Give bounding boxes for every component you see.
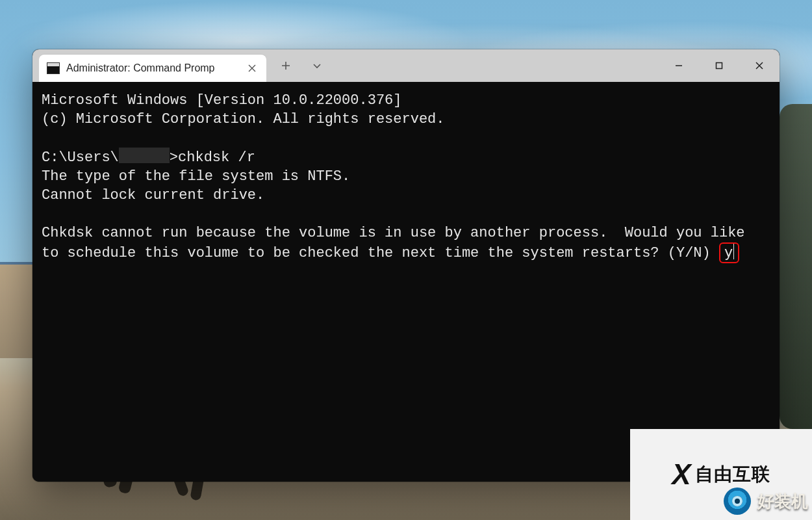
cmd-icon	[47, 62, 60, 74]
output-line-1: The type of the file system is NTFS.	[42, 168, 350, 185]
banner-line-2: (c) Microsoft Corporation. All rights re…	[42, 111, 445, 127]
chevron-down-icon	[312, 61, 322, 70]
watermark-strip-text: 好装机	[757, 490, 808, 513]
titlebar[interactable]: Administrator: Command Promp	[32, 49, 780, 82]
tab-title: Administrator: Command Promp	[66, 62, 215, 74]
answer-highlight: y	[719, 242, 739, 263]
close-icon	[248, 64, 256, 72]
maximize-button[interactable]	[699, 49, 739, 82]
tab-actions	[266, 49, 336, 82]
prompt-prefix: C:\Users\	[42, 150, 119, 166]
tab-active[interactable]: Administrator: Command Promp	[39, 55, 266, 82]
tab-close-button[interactable]	[243, 59, 261, 77]
watermark-disc-icon	[724, 488, 751, 515]
prompt-user-redacted	[119, 148, 170, 163]
maximize-icon	[715, 61, 724, 70]
plus-icon	[281, 61, 290, 70]
terminal-body[interactable]: Microsoft Windows [Version 10.0.22000.37…	[32, 82, 780, 482]
text-caret	[733, 244, 734, 259]
watermark-strip: 好装机	[724, 488, 808, 515]
watermark-box-text: 自由互联	[695, 462, 770, 487]
watermark-x-icon: X	[672, 458, 688, 491]
tab-strip: Administrator: Command Promp	[32, 49, 266, 82]
output-line-2: Cannot lock current drive.	[42, 187, 264, 203]
svg-rect-0	[717, 63, 722, 69]
minimize-icon	[674, 61, 683, 70]
minimize-button[interactable]	[659, 49, 699, 82]
banner-line-1: Microsoft Windows [Version 10.0.22000.37…	[42, 92, 402, 109]
command-text: chkdsk /r	[178, 150, 255, 166]
terminal-window: Administrator: Command Promp	[32, 49, 780, 482]
new-tab-button[interactable]	[272, 51, 300, 80]
window-buttons	[659, 49, 780, 82]
close-window-button[interactable]	[739, 49, 780, 82]
prompt-line: C:\Users\>chkdsk /r	[42, 150, 255, 166]
prompt-suffix: >	[170, 150, 178, 166]
answer-text: y	[724, 245, 733, 261]
output-message: Chkdsk cannot run because the volume is …	[42, 225, 754, 261]
close-icon	[755, 61, 764, 70]
tab-dropdown-button[interactable]	[303, 51, 331, 80]
titlebar-drag-region[interactable]	[336, 49, 659, 82]
